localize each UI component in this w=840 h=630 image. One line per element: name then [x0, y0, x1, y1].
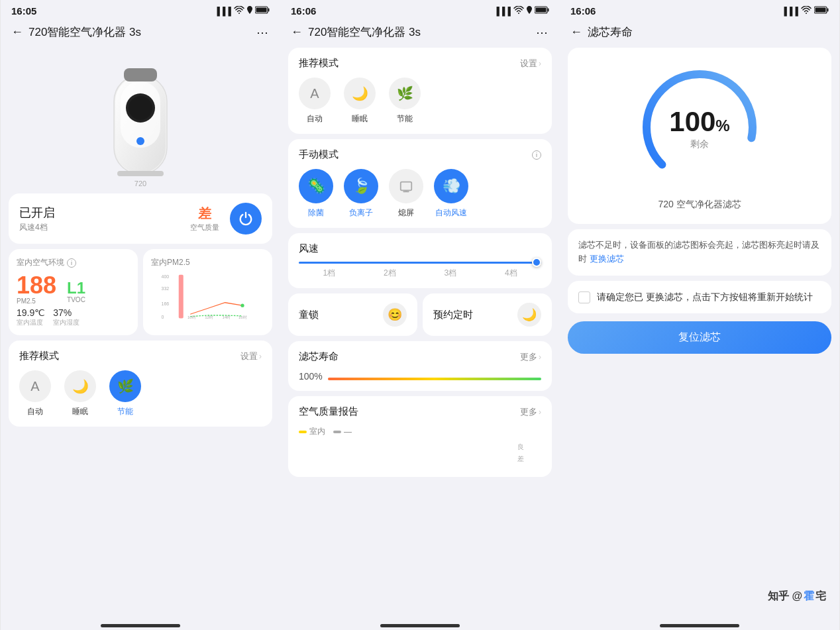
signal-icon-1: ▐▐▐: [214, 7, 231, 16]
back-button-1[interactable]: ←: [11, 25, 23, 39]
manual-item-anion[interactable]: 🍃 负离子: [344, 169, 378, 219]
filter-life-action[interactable]: 更多 ›: [520, 351, 541, 363]
reset-button[interactable]: 复位滤芯: [568, 321, 831, 354]
more-button-1[interactable]: ⋯: [256, 25, 270, 40]
mode-action-1[interactable]: 设置 ›: [240, 350, 262, 362]
manual-item-auto-wind[interactable]: 💨 自动风速: [434, 169, 468, 219]
reset-checkbox[interactable]: [578, 291, 590, 303]
nav-title-3: 滤芯寿命: [588, 25, 829, 40]
anion-icon: 🍃: [344, 169, 378, 203]
more-button-2[interactable]: ⋯: [536, 25, 549, 40]
manual-item-bacteria[interactable]: 🦠 除菌: [299, 169, 333, 219]
manual-mode-info-icon[interactable]: i: [532, 150, 541, 160]
svg-rect-2: [256, 8, 267, 13]
recommended-mode-card-1: 推荐模式 设置 › A 自动 🌙 睡眠 🌿 节能: [9, 341, 272, 427]
filter-bar-fill: [328, 378, 541, 380]
mode-energy-icon: 🌿: [109, 370, 141, 402]
indoor-env-title: 室内空气环境 i: [17, 257, 130, 268]
mode-auto-icon-2: A: [299, 78, 331, 109]
svg-text:16时: 16时: [238, 315, 247, 319]
mode-title-2: 推荐模式: [299, 57, 339, 70]
svg-rect-1: [268, 9, 270, 12]
battery-icon-3: [814, 6, 829, 16]
manual-mode-card: 手动模式 i 🦠 除菌 🍃 负离子 熄屏: [288, 139, 552, 228]
mode-auto-label-2: 自动: [307, 113, 323, 125]
status-icons-3: ▐▐▐: [781, 6, 829, 16]
indoor-values: 19.9℃ 室内温度 37% 室内湿度: [17, 307, 130, 327]
gauge-value-row: 100%: [669, 108, 729, 136]
wifi-icon-1: [234, 6, 244, 16]
svg-rect-10: [117, 171, 164, 176]
pm25-block: 188 PM2.5: [17, 274, 56, 305]
info-icon[interactable]: i: [67, 258, 76, 268]
pm-chart-title: 室内PM2.5: [151, 257, 264, 268]
chevron-icon-1: ›: [259, 352, 262, 361]
screen2: 16:06 ▐▐▐: [280, 0, 560, 630]
svg-text:良: 良: [517, 443, 524, 450]
child-lock-card[interactable]: 童锁 😊: [288, 293, 417, 336]
indoor-env-card: 室内空气环境 i 188 PM2.5 L1 TVOC 19.9℃ 室内温度: [9, 249, 138, 335]
wind-level-2: 2档: [384, 268, 396, 279]
wind-level-3: 3档: [444, 268, 456, 279]
air-quality-value: 差: [190, 205, 219, 223]
mode-action-2[interactable]: 设置 ›: [520, 58, 541, 70]
wind-track[interactable]: [299, 262, 541, 264]
status-bar-3: 16:06 ▐▐▐: [560, 0, 839, 19]
mode-auto-icon: A: [19, 370, 51, 402]
mode-items-1: A 自动 🌙 睡眠 🌿 节能: [19, 370, 262, 417]
wind-speed-status: 风速4档: [19, 222, 180, 233]
reset-confirm-text: 请确定您已 更换滤芯，点击下方按钮将重新开始统计: [597, 290, 813, 304]
back-button-2[interactable]: ←: [291, 25, 303, 39]
power-button[interactable]: [230, 203, 262, 235]
auto-wind-label: 自动风速: [435, 207, 467, 219]
air-report-title: 空气质量报告: [299, 405, 358, 418]
home-bar-3: [660, 624, 739, 627]
bacteria-icon: 🦠: [299, 169, 333, 203]
filter-life-header: 滤芯寿命 更多 ›: [299, 350, 541, 363]
air-report-chart: 差 良: [299, 441, 541, 468]
mode-item-auto[interactable]: A 自动: [19, 370, 51, 417]
filter-change-link[interactable]: 更换滤芯: [590, 254, 624, 264]
gauge-text: 100% 剩余: [669, 108, 729, 150]
mode-items-2: A 自动 🌙 睡眠 🌿 节能: [299, 78, 541, 125]
manual-item-screen-off[interactable]: 熄屏: [389, 169, 423, 219]
battery-icon-1: [255, 6, 270, 16]
chart-area: 400 332 166 0 10时 12时 14时 16时: [151, 274, 264, 320]
air-quality-indicator: 差 空气质量: [190, 205, 219, 233]
home-indicator-2: [280, 617, 560, 630]
power-icon: [238, 211, 253, 226]
device-image-section: 720: [1, 45, 280, 191]
nav-title-2: 720智能空气净化器 3s: [308, 25, 536, 40]
purifier-svg: 720: [101, 62, 180, 191]
gauge-percent-sign: %: [715, 117, 729, 134]
recommended-mode-card-2: 推荐模式 设置 › A 自动 🌙 睡眠 🌿 节能: [288, 48, 552, 134]
back-button-3[interactable]: ←: [570, 25, 582, 39]
air-report-action[interactable]: 更多 ›: [520, 406, 541, 418]
home-bar-1: [101, 624, 180, 627]
reset-section: 请确定您已 更换滤芯，点击下方按钮将重新开始统计: [568, 281, 831, 313]
mode-sleep-icon: 🌙: [64, 370, 96, 402]
svg-text:166: 166: [162, 301, 170, 306]
wind-slider-thumb[interactable]: [532, 258, 541, 267]
svg-text:400: 400: [162, 274, 170, 279]
anion-label: 负离子: [349, 207, 373, 219]
schedule-card[interactable]: 预约定时 🌙: [423, 293, 552, 336]
watermark: 知乎 @霍宅: [768, 590, 826, 604]
manual-mode-header: 手动模式 i: [299, 148, 541, 161]
status-icons-1: ▐▐▐: [214, 6, 270, 16]
mode-item-energy-2[interactable]: 🌿 节能: [389, 78, 421, 125]
nav-title-1: 720智能空气净化器 3s: [28, 25, 256, 40]
air-report-svg: 差 良: [299, 441, 541, 468]
screen-off-icon: [389, 169, 423, 203]
status-bar-2: 16:06 ▐▐▐: [280, 0, 560, 19]
mode-item-sleep[interactable]: 🌙 睡眠: [64, 370, 96, 417]
manual-mode-items: 🦠 除菌 🍃 负离子 熄屏 💨 自动风速: [299, 169, 541, 219]
mode-item-energy[interactable]: 🌿 节能: [109, 370, 141, 417]
wind-level-1: 1档: [323, 268, 335, 279]
wifi-icon-2: [513, 6, 524, 16]
svg-text:0: 0: [162, 315, 164, 319]
mode-item-sleep-2[interactable]: 🌙 睡眠: [344, 78, 376, 125]
mode-item-auto-2[interactable]: A 自动: [299, 78, 331, 125]
svg-rect-31: [827, 9, 829, 12]
screen3: 16:06 ▐▐▐ ← 滤芯寿命: [560, 0, 839, 630]
